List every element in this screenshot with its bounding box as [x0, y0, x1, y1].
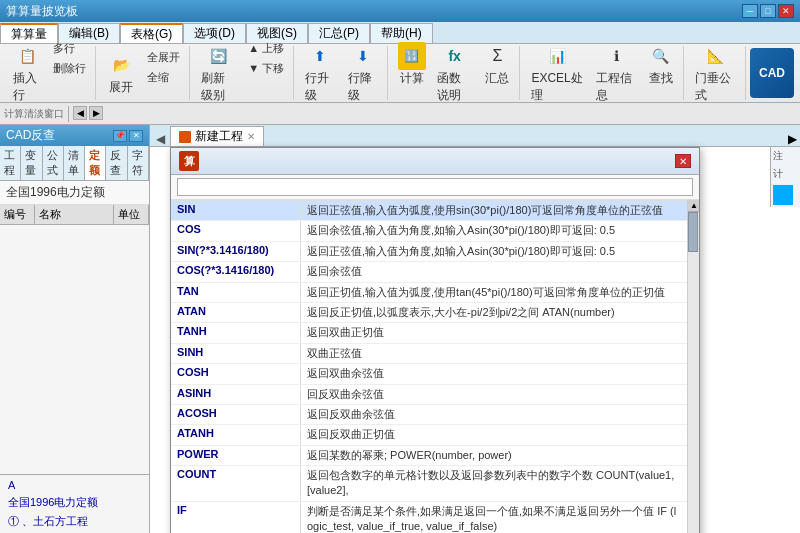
func-name-cell: SINH [171, 344, 301, 363]
left-panel-close[interactable]: ✕ [129, 130, 143, 142]
left-panel-controls: 📌 ✕ [113, 130, 143, 142]
col-header-name: 名称 [35, 205, 114, 224]
func-desc-cell: 返回反正切值,以弧度表示,大小在-pi/2到pi/2之间 ATAN(number… [301, 303, 687, 322]
doc-tab-icon [179, 131, 191, 143]
doc-tab-close[interactable]: ✕ [247, 131, 255, 142]
left-panel-footer: A 全国1996电力定额 ① 、土石方工程 [0, 474, 149, 533]
func-desc-cell: 返回双曲余弦值 [301, 364, 687, 383]
right-label-1: 注 [771, 147, 800, 165]
left-panel-subtitle: 全国1996电力定额 [0, 181, 149, 205]
minimize-button[interactable]: ─ [742, 4, 758, 18]
func-row[interactable]: TAN返回正切值,输入值为弧度,使用tan(45*pi()/180)可返回常角度… [171, 283, 687, 303]
project-info-button[interactable]: ℹ 工程信息 [591, 39, 641, 107]
left-tab-project[interactable]: 工程 [0, 146, 21, 180]
func-row[interactable]: SINH双曲正弦值 [171, 344, 687, 364]
func-search-bar [171, 175, 699, 200]
toolbar-nav-right[interactable]: ▶ [89, 106, 103, 120]
expand-button[interactable]: 📂 展开 [102, 48, 140, 99]
ribbon-group-excel: 📊 EXCEL处理 ℹ 工程信息 🔍 查找 [522, 46, 684, 100]
collapse-all-button[interactable]: 全缩 [142, 68, 185, 87]
expand-small-group: 全展开 全缩 [142, 48, 185, 99]
left-tab-variable[interactable]: 变量 [21, 146, 42, 180]
left-panel-table [0, 225, 149, 474]
left-tab-schedule[interactable]: 清单 [64, 146, 85, 180]
func-row[interactable]: ATANH返回反双曲正切值 [171, 425, 687, 445]
title-bar: 算算量披览板 ─ □ ✕ [0, 0, 800, 22]
doc-tab-new-project[interactable]: 新建工程 ✕ [170, 126, 264, 146]
doc-tab-label: 新建工程 [195, 128, 243, 145]
search-button[interactable]: 🔍 查找 [643, 39, 679, 107]
func-desc-cell: 返回正切值,输入值为弧度,使用tan(45*pi()/180)可返回常角度单位的… [301, 283, 687, 302]
func-popup-close-button[interactable]: ✕ [675, 154, 691, 168]
footer-item-quota[interactable]: 全国1996电力定额 [4, 493, 145, 512]
footer-item-a[interactable]: A [4, 477, 145, 493]
function-desc-button[interactable]: fx 函数说明 [432, 39, 477, 107]
left-tab-formula[interactable]: 公式 [43, 146, 64, 180]
left-panel-pin[interactable]: 📌 [113, 130, 127, 142]
func-scrollbar[interactable]: ▲ ▼ [687, 200, 699, 533]
cad-button[interactable]: CAD [750, 48, 794, 98]
scrollbar-track[interactable] [688, 212, 699, 533]
app-title: 算算量披览板 [6, 3, 78, 20]
func-name-cell: ATAN [171, 303, 301, 322]
func-name-cell: POWER [171, 446, 301, 465]
toolbar-nav-left[interactable]: ◀ [73, 106, 87, 120]
tab-table[interactable]: 表格(G) [120, 23, 183, 43]
func-name-cell: TAN [171, 283, 301, 302]
excel-button[interactable]: 📊 EXCEL处理 [526, 39, 589, 107]
left-tab-quota[interactable]: 定额 [85, 146, 106, 180]
func-name-cell: TANH [171, 323, 301, 342]
footer-item-earth[interactable]: ① 、土石方工程 [4, 512, 145, 531]
func-name-cell: IF [171, 502, 301, 533]
scrollbar-thumb[interactable] [688, 212, 698, 252]
func-name-cell: COS(?*3.1416/180) [171, 262, 301, 281]
func-row[interactable]: POWER返回某数的幂乘; POWER(number, power) [171, 446, 687, 466]
func-table-container: SIN返回正弦值,输入值为弧度,使用sin(30*pi()/180)可返回常角度… [171, 200, 699, 533]
func-row[interactable]: IF判断是否满足某个条件,如果满足返回一个值,如果不满足返回另外一个值 IF (… [171, 502, 687, 533]
row-small-group: 多行 删除行 [48, 39, 91, 78]
summary-icon: Σ [483, 42, 511, 70]
close-button[interactable]: ✕ [778, 4, 794, 18]
func-row[interactable]: COSH返回双曲余弦值 [171, 364, 687, 384]
func-desc-cell: 返回反双曲正切值 [301, 425, 687, 444]
maximize-button[interactable]: □ [760, 4, 776, 18]
tab-nav-left[interactable]: ◀ [150, 132, 170, 146]
func-row[interactable]: COUNT返回包含数字的单元格计数以及返回参数列表中的数字个数 COUNT(va… [171, 466, 687, 502]
summary-button[interactable]: Σ 汇总 [479, 39, 515, 107]
func-row[interactable]: ATAN返回反正切值,以弧度表示,大小在-pi/2到pi/2之间 ATAN(nu… [171, 303, 687, 323]
func-row[interactable]: SIN返回正弦值,输入值为弧度,使用sin(30*pi()/180)可返回常角度… [171, 201, 687, 221]
level-down-button[interactable]: ⬇ 行降级 [343, 39, 383, 107]
func-row[interactable]: ACOSH返回反双曲余弦值 [171, 405, 687, 425]
refresh-button[interactable]: 🔄 刷新级别 [196, 39, 241, 107]
doc-tabs: ◀ 新建工程 ✕ ▶ [150, 125, 800, 147]
left-tab-check[interactable]: 反查 [106, 146, 127, 180]
ribbon-group-calc: 🔢 计算 fx 函数说明 Σ 汇总 [390, 46, 520, 100]
ribbon-group-refresh: 🔄 刷新级别 ▲ 上移 ▼ 下移 [192, 46, 294, 100]
move-up-button[interactable]: ▲ 上移 [243, 39, 289, 58]
func-row[interactable]: COS返回余弦值,输入值为角度,如输入Asin(30*pi()/180)即可返回… [171, 221, 687, 241]
func-row[interactable]: TANH返回双曲正切值 [171, 323, 687, 343]
tab-nav-right[interactable]: ▶ [784, 132, 800, 146]
delete-row-button[interactable]: 删除行 [48, 59, 91, 78]
level-up-button[interactable]: ⬆ 行升级 [300, 39, 340, 107]
func-name-cell: COS [171, 221, 301, 240]
func-row[interactable]: SIN(?*3.1416/180)返回正弦值,输入值为角度,如输入Asin(30… [171, 242, 687, 262]
insert-row-button[interactable]: 📋 插入行 [8, 39, 46, 107]
insert-row-icon: 📋 [13, 42, 41, 70]
door-formula-icon: 📐 [701, 42, 729, 70]
func-name-cell: COUNT [171, 466, 301, 501]
func-row[interactable]: ASINH回反双曲余弦值 [171, 385, 687, 405]
door-formula-button[interactable]: 📐 门垂公式 [690, 39, 741, 107]
func-desc-cell: 返回余弦值,输入值为角度,如输入Asin(30*pi()/180)即可返回: 0… [301, 221, 687, 240]
multi-row-button[interactable]: 多行 [48, 39, 91, 58]
scrollbar-up[interactable]: ▲ [688, 200, 699, 212]
move-down-button[interactable]: ▼ 下移 [243, 59, 289, 78]
func-search-input[interactable] [177, 178, 693, 196]
func-row[interactable]: COS(?*3.1416/180)返回余弦值 [171, 262, 687, 282]
calculate-button[interactable]: 🔢 计算 [394, 39, 430, 107]
level-up-icon: ⬆ [306, 42, 334, 70]
func-name-cell: SIN(?*3.1416/180) [171, 242, 301, 261]
left-tab-char[interactable]: 字符 [128, 146, 149, 180]
expand-all-button[interactable]: 全展开 [142, 48, 185, 67]
project-info-icon: ℹ [602, 42, 630, 70]
